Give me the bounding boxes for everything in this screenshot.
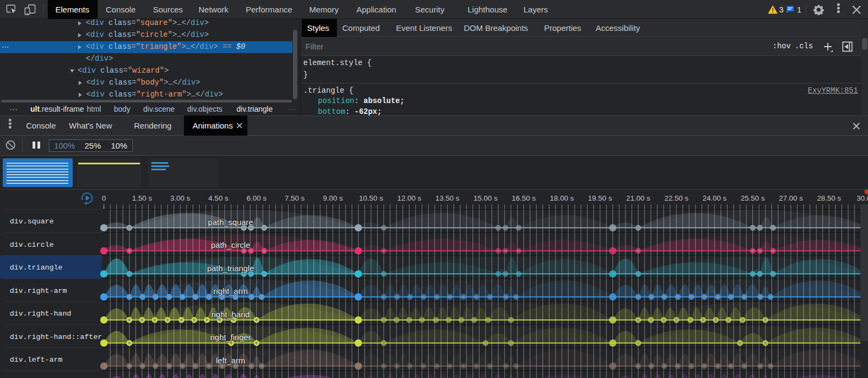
svg-text:13.50 s: 13.50 s	[435, 194, 459, 202]
svg-text:3.00 s: 3.00 s	[170, 194, 190, 202]
svg-text:div.right-hand::after: div.right-hand::after	[10, 333, 102, 341]
svg-text:25.50 s: 25.50 s	[741, 194, 765, 202]
svg-text:div.right-arm: div.right-arm	[10, 287, 67, 295]
svg-text:16.50 s: 16.50 s	[512, 194, 536, 202]
svg-text:22.50 s: 22.50 s	[665, 194, 689, 202]
svg-text:4.50 s: 4.50 s	[208, 194, 228, 202]
svg-text:right_finger: right_finger	[210, 332, 251, 342]
svg-text:15.00 s: 15.00 s	[474, 194, 498, 202]
svg-text:10.50 s: 10.50 s	[359, 194, 384, 202]
svg-text:div.triangle: div.triangle	[10, 264, 62, 272]
svg-text:18.00 s: 18.00 s	[550, 194, 575, 202]
svg-text:left_arm: left_arm	[216, 356, 245, 365]
svg-text:6.00 s: 6.00 s	[247, 194, 267, 202]
svg-text:0: 0	[102, 194, 106, 202]
svg-text:path_triangle: path_triangle	[207, 264, 254, 273]
svg-text:12.00 s: 12.00 s	[397, 194, 422, 202]
svg-text:30.0: 30.0	[857, 194, 868, 202]
svg-text:path_circle: path_circle	[211, 240, 251, 249]
svg-text:path_square: path_square	[208, 217, 253, 227]
svg-text:div.right-hand: div.right-hand	[10, 310, 71, 318]
svg-text:right_arm: right_arm	[213, 286, 247, 296]
svg-text:19.50 s: 19.50 s	[588, 194, 612, 202]
svg-text:24.00 s: 24.00 s	[703, 194, 727, 202]
svg-text:28.50 s: 28.50 s	[817, 194, 841, 202]
svg-text:7.50 s: 7.50 s	[285, 194, 305, 202]
svg-text:div.square: div.square	[10, 217, 54, 226]
svg-text:27.00 s: 27.00 s	[779, 194, 803, 202]
svg-text:div.left-arm: div.left-arm	[10, 356, 62, 364]
svg-text:1.50 s: 1.50 s	[132, 194, 152, 202]
svg-text:div.circle: div.circle	[10, 241, 54, 249]
svg-text:9.00 s: 9.00 s	[323, 194, 343, 202]
svg-text:right_hand: right_hand	[212, 310, 250, 319]
svg-text:21.00 s: 21.00 s	[626, 194, 650, 202]
